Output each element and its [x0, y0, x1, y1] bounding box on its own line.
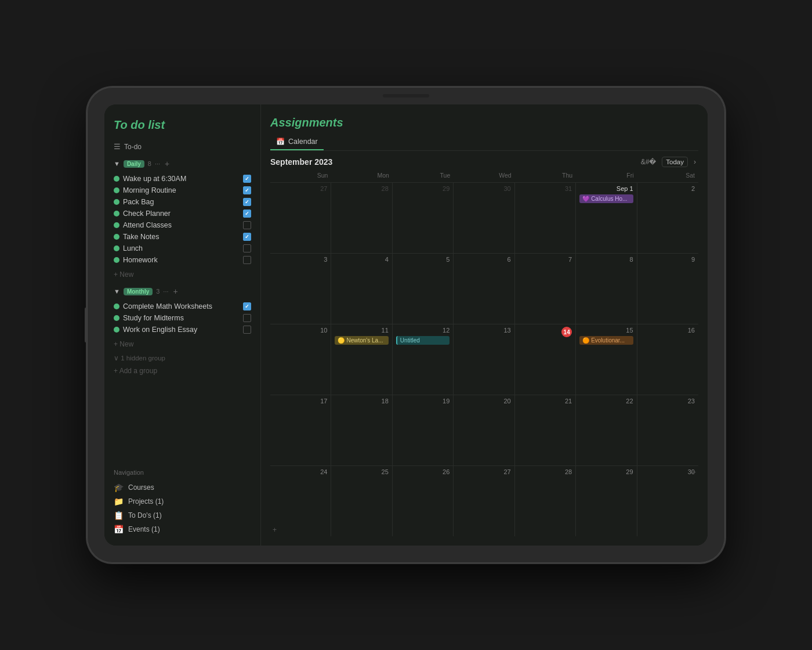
hidden-group-toggle[interactable]: ∨ 1 hidden group — [114, 354, 251, 362]
calendar-cell[interactable]: 9 — [637, 254, 698, 324]
task-checkbox[interactable] — [243, 186, 251, 194]
task-label: Homework — [123, 256, 240, 264]
task-checkbox[interactable] — [243, 326, 251, 334]
cell-date: 31 — [519, 185, 572, 192]
calendar-tab-bar: 📅 Calendar — [270, 135, 698, 151]
daily-dots[interactable]: ··· — [155, 160, 160, 167]
calendar-cell[interactable]: 27 — [270, 183, 331, 253]
calendar-cell[interactable]: 30 — [454, 183, 514, 253]
today-button[interactable]: Today — [662, 157, 688, 167]
monthly-plus[interactable]: + — [173, 287, 178, 296]
calendar-cell[interactable]: 18 — [331, 395, 392, 465]
task-checkbox[interactable] — [243, 198, 251, 206]
calendar-cell[interactable]: 13 — [454, 324, 514, 395]
cell-event-evolutionary[interactable]: 🟠 Evolutionar... — [579, 336, 633, 345]
cell-date: 5 — [396, 256, 449, 263]
cell-date: 7 — [519, 256, 572, 263]
day-mon: Mon — [331, 172, 392, 181]
calendar-cell[interactable]: 16 — [637, 324, 698, 395]
daily-toggle[interactable]: ▼ — [114, 160, 120, 167]
task-item: Wake up at 6:30AM — [114, 173, 251, 185]
task-checkbox[interactable] — [243, 314, 251, 322]
calendar-cell[interactable]: 3 — [270, 254, 331, 324]
assignments-title: Assignments — [270, 116, 698, 129]
calendar-cell[interactable]: 21 — [515, 395, 576, 465]
monthly-add-new[interactable]: + New — [114, 339, 251, 349]
calendar-cell[interactable]: 12 Untitled — [393, 324, 454, 395]
calendar-cell[interactable]: 6 — [454, 254, 514, 324]
calendar-cell[interactable]: 15 🟠 Evolutionar... — [576, 324, 637, 395]
add-event-button-right[interactable]: + — [692, 468, 696, 476]
calendar-body: 27 28 29 30 31 Sep 1 💜 Calculus Ho... — [270, 182, 698, 536]
calendar-cell[interactable]: 20 — [454, 395, 514, 465]
calendar-cell[interactable]: 7 — [515, 254, 576, 324]
add-group-button[interactable]: + Add a group — [114, 367, 251, 375]
task-item: Work on English Essay — [114, 324, 251, 335]
daily-plus[interactable]: + — [165, 159, 169, 168]
courses-icon: 🎓 — [114, 483, 124, 492]
cell-event-newtons[interactable]: 🟡 Newton's La... — [335, 336, 388, 345]
cell-event[interactable]: 💜 Calculus Ho... — [579, 194, 633, 203]
prev-arrow[interactable]: &#� — [639, 157, 659, 167]
calendar-cell[interactable]: 28 — [331, 183, 392, 253]
nav-item-events[interactable]: 📅 Events (1) — [114, 522, 251, 536]
calendar-cell[interactable]: 30 + — [637, 466, 698, 536]
calendar-cell[interactable]: 4 — [331, 254, 392, 324]
cell-date: 27 — [457, 468, 510, 475]
task-checkbox[interactable] — [243, 256, 251, 264]
task-checkbox[interactable] — [243, 302, 251, 310]
task-item: Pack Bag — [114, 196, 251, 208]
cell-date: 21 — [519, 398, 572, 405]
calendar-cell[interactable]: 23 — [637, 395, 698, 465]
calendar-cell[interactable]: 25 — [331, 466, 392, 536]
task-label: Morning Routine — [123, 186, 240, 194]
calendar-cell[interactable]: 17 — [270, 395, 331, 465]
calendar-cell[interactable]: 19 — [393, 395, 454, 465]
calendar-cell[interactable]: 29 — [393, 183, 454, 253]
task-checkbox[interactable] — [243, 221, 251, 229]
calendar-cell[interactable]: 26 — [393, 466, 454, 536]
nav-label-events: Events (1) — [128, 525, 160, 533]
calendar-cell[interactable]: 5 — [393, 254, 454, 324]
calendar-cell[interactable]: 2 — [637, 183, 698, 253]
nav-item-courses[interactable]: 🎓 Courses — [114, 481, 251, 494]
calendar-week: + 24 25 26 27 28 29 30 + — [270, 465, 698, 536]
cell-date: 24 — [274, 468, 327, 475]
calendar-tab[interactable]: 📅 Calendar — [270, 135, 324, 150]
task-checkbox[interactable] — [243, 175, 251, 183]
calendar-cell[interactable]: 8 — [576, 254, 637, 324]
nav-item-projects[interactable]: 📁 Projects (1) — [114, 494, 251, 508]
task-checkbox[interactable] — [243, 244, 251, 252]
task-label: Pack Bag — [123, 198, 240, 206]
projects-icon: 📁 — [114, 497, 124, 506]
daily-count: 8 — [148, 160, 151, 167]
calendar-cell-sep1[interactable]: Sep 1 💜 Calculus Ho... — [576, 183, 637, 253]
calendar-cell[interactable]: 29 — [576, 466, 637, 536]
monthly-toggle[interactable]: ▼ — [114, 288, 120, 295]
cell-date: 13 — [457, 327, 510, 334]
calendar-cell[interactable]: 31 — [515, 183, 576, 253]
monthly-dots[interactable]: ··· — [163, 288, 168, 295]
calendar-cell[interactable]: 22 — [576, 395, 637, 465]
next-arrow[interactable]: › — [691, 157, 698, 167]
task-checkbox[interactable] — [243, 233, 251, 241]
calendar-header: September 2023 &#� Today › — [270, 157, 698, 167]
section-label: To-do — [124, 143, 142, 151]
calendar-cell[interactable]: + 24 — [270, 466, 331, 536]
task-item: Morning Routine — [114, 185, 251, 196]
calendar-cell-today[interactable]: 14 — [515, 324, 576, 395]
task-item: Homework — [114, 254, 251, 266]
task-dot — [114, 222, 119, 228]
daily-add-new[interactable]: + New — [114, 269, 251, 280]
task-checkbox[interactable] — [243, 210, 251, 218]
nav-item-todos[interactable]: 📋 To Do's (1) — [114, 508, 251, 522]
cell-date: 20 — [457, 398, 510, 405]
calendar-cell[interactable]: 27 — [454, 466, 514, 536]
cell-date: 22 — [579, 398, 633, 405]
calendar-cell[interactable]: 28 — [515, 466, 576, 536]
add-event-button[interactable]: + — [273, 526, 277, 534]
task-label: Wake up at 6:30AM — [123, 175, 240, 183]
cell-event-untitled[interactable]: Untitled — [396, 336, 449, 345]
calendar-cell[interactable]: 11 🟡 Newton's La... — [331, 324, 392, 395]
calendar-cell[interactable]: 10 — [270, 324, 331, 395]
